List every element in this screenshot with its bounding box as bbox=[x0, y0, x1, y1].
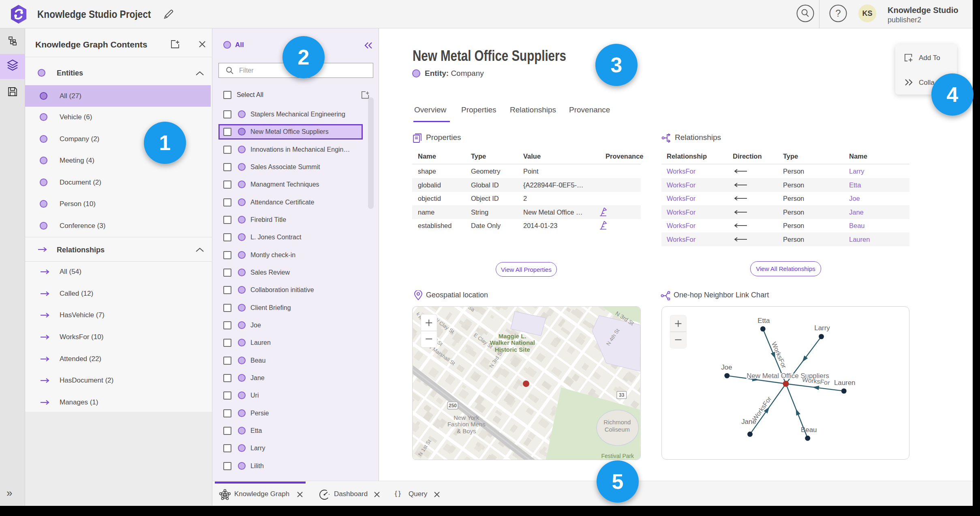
svg-text:Walker National: Walker National bbox=[490, 339, 535, 346]
svg-text:Fashion Mens: Fashion Mens bbox=[447, 421, 486, 428]
svg-text:Lauren: Lauren bbox=[834, 379, 856, 387]
svg-text:New York: New York bbox=[454, 414, 479, 421]
svg-text:33: 33 bbox=[619, 392, 625, 398]
svg-text:Etta: Etta bbox=[757, 317, 770, 325]
svg-text:Maggie L.: Maggie L. bbox=[499, 333, 526, 340]
svg-text:Historic Site: Historic Site bbox=[495, 346, 530, 353]
svg-text:250: 250 bbox=[449, 403, 457, 408]
svg-text:Beau: Beau bbox=[801, 426, 817, 434]
svg-text:Coliseum: Coliseum bbox=[605, 426, 630, 433]
svg-text:Richmond: Richmond bbox=[603, 419, 631, 426]
svg-text:& Boys: & Boys bbox=[457, 428, 476, 434]
svg-text:Larry: Larry bbox=[814, 324, 830, 332]
svg-text:Festival Park: Festival Park bbox=[601, 453, 634, 459]
svg-text:Joe: Joe bbox=[721, 363, 732, 371]
svg-text:?: ? bbox=[835, 8, 841, 19]
